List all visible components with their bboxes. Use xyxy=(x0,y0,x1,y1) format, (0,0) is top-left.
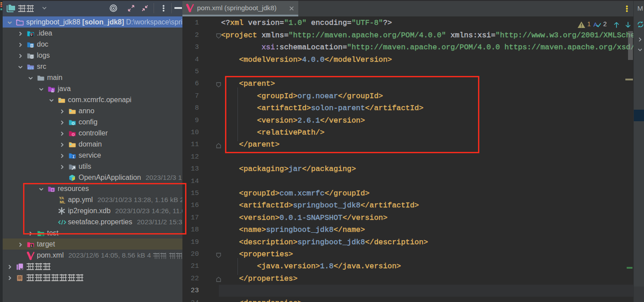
svg-text:A: A xyxy=(593,21,597,28)
svg-text:Σ: Σ xyxy=(72,155,75,159)
